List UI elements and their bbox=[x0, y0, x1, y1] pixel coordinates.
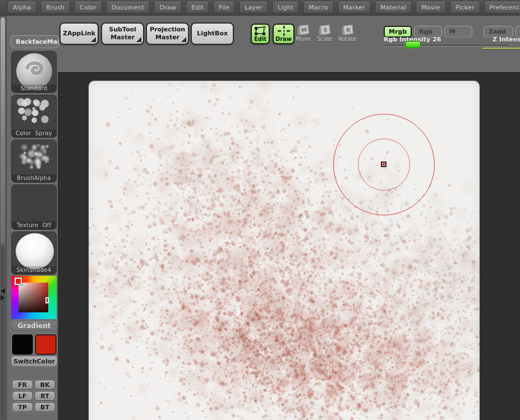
paint-mode-label: Rgb bbox=[419, 28, 432, 35]
view-bt-button[interactable]: BT bbox=[34, 402, 56, 412]
fold-corner-icon bbox=[181, 37, 186, 42]
subtool-master-button[interactable]: SubTool Master bbox=[101, 22, 144, 45]
menu-tab-edit[interactable]: Edit bbox=[186, 2, 209, 13]
brush-selector[interactable]: Standard bbox=[11, 51, 57, 93]
material-selector[interactable]: SkinShade4 bbox=[11, 232, 57, 275]
tray-expand-arrow-icon[interactable] bbox=[1, 295, 5, 301]
view-button-label: BT bbox=[40, 404, 49, 411]
zapplink-button[interactable]: ZAppLink bbox=[59, 22, 99, 45]
texture-selector-label: Texture Off bbox=[12, 221, 56, 229]
fold-corner-icon bbox=[91, 37, 96, 42]
menu-tab-document[interactable]: Document bbox=[106, 2, 150, 13]
transform-button-label: Rotate bbox=[338, 36, 357, 42]
view-button-label: RT bbox=[40, 393, 49, 400]
alpha-selector[interactable]: BrushAlpha bbox=[11, 140, 57, 183]
view-button-label: FR bbox=[18, 381, 27, 389]
saturation-value-box[interactable] bbox=[19, 283, 48, 312]
menu-tab-material[interactable]: Material bbox=[375, 2, 412, 13]
paint-mode-m-button[interactable]: M bbox=[444, 26, 472, 38]
view-button-label: BK bbox=[40, 381, 50, 389]
view-button-label: TP bbox=[18, 404, 27, 411]
current-color-marker bbox=[15, 278, 22, 285]
z-intensity-label: Z Intens bbox=[493, 36, 520, 43]
lightbox-button[interactable]: LightBox bbox=[191, 22, 234, 45]
texture-selector[interactable]: Texture Off bbox=[11, 184, 57, 230]
tray-scrollbar-thumb[interactable] bbox=[1, 17, 5, 244]
viewport[interactable] bbox=[58, 71, 520, 420]
material-selector-label: SkinShade4 bbox=[12, 266, 56, 274]
plugin-button-label: LightBox bbox=[197, 30, 228, 38]
menu-tab-brush[interactable]: Brush bbox=[40, 2, 70, 13]
view-lf-button[interactable]: LF bbox=[12, 391, 33, 401]
menu-tab-marker[interactable]: Marker bbox=[338, 2, 371, 13]
view-tp-button[interactable]: TP bbox=[12, 402, 33, 412]
stroke-selector[interactable]: Color Spray bbox=[11, 95, 57, 138]
menu-tab-layer[interactable]: Layer bbox=[239, 2, 268, 13]
tray-divider-strip[interactable] bbox=[0, 16, 7, 420]
view-bk-button[interactable]: BK bbox=[34, 380, 56, 390]
plugin-button-label: SubTool Master bbox=[105, 26, 140, 41]
scale-button[interactable]: SScale bbox=[317, 25, 332, 42]
rotate-icon: R bbox=[342, 25, 353, 35]
tray-collapse-arrow-icon[interactable] bbox=[1, 288, 5, 294]
scale-icon: S bbox=[319, 25, 330, 35]
menu-tab-alpha[interactable]: Alpha bbox=[7, 2, 36, 13]
view-button-label: LF bbox=[19, 393, 27, 400]
edit-gizmo-icon bbox=[254, 26, 266, 36]
gradient-button[interactable]: Gradient bbox=[11, 320, 58, 331]
document-canvas[interactable] bbox=[89, 81, 480, 420]
backface-mask-button[interactable]: BackfaceMas bbox=[11, 35, 59, 48]
paint-mode-label: M bbox=[449, 28, 455, 35]
plugin-button-label: ZAppLink bbox=[63, 30, 95, 38]
paint-mode-label: Mrgb bbox=[389, 28, 407, 35]
gradient-button-label: Gradient bbox=[18, 322, 51, 330]
rgb-intensity-slider-thumb[interactable] bbox=[405, 41, 421, 48]
z-intensity-slider[interactable] bbox=[482, 48, 520, 49]
color-picker[interactable] bbox=[11, 276, 57, 319]
menu-tab-picker[interactable]: Picker bbox=[450, 2, 480, 13]
move-icon: M bbox=[297, 25, 309, 35]
brush-cursor-center bbox=[381, 161, 386, 167]
view-rt-button[interactable]: RT bbox=[34, 391, 56, 401]
fold-corner-icon bbox=[136, 37, 141, 42]
menu-tab-file[interactable]: File bbox=[213, 2, 235, 13]
brush-selector-label: Standard bbox=[12, 85, 56, 93]
draw-button[interactable]: Draw bbox=[273, 24, 294, 44]
menu-tab-macro[interactable]: Macro bbox=[303, 2, 333, 13]
menu-bar: AlphaBrushColorDocumentDrawEditFileLayer… bbox=[0, 0, 520, 16]
edit-button[interactable]: Edit bbox=[251, 24, 270, 44]
switch-color-button[interactable]: SwitchColor bbox=[11, 356, 58, 367]
draw-crosshair-icon bbox=[278, 26, 290, 36]
transform-button-label: Scale bbox=[317, 36, 332, 42]
front-color-swatch[interactable] bbox=[12, 334, 33, 355]
draw-button-label: Draw bbox=[275, 36, 292, 42]
view-fr-button[interactable]: FR bbox=[12, 380, 33, 390]
sv-cursor-marker[interactable] bbox=[45, 297, 49, 303]
plugin-button-label: Projection Master bbox=[150, 26, 185, 41]
menu-tab-movie[interactable]: Movie bbox=[416, 2, 446, 13]
menu-tab-color[interactable]: Color bbox=[74, 2, 102, 13]
switch-color-label: SwitchColor bbox=[13, 358, 55, 365]
rotate-button[interactable]: RRotate bbox=[338, 25, 357, 42]
transform-button-label: Move bbox=[296, 36, 311, 42]
edit-button-label: Edit bbox=[254, 36, 266, 42]
menu-tab-light[interactable]: Light bbox=[272, 2, 299, 13]
rgb-intensity-slider[interactable] bbox=[384, 45, 508, 46]
projection-master-button[interactable]: Projection Master bbox=[146, 22, 189, 45]
menu-tab-preferences[interactable]: Preferences bbox=[484, 2, 520, 13]
stroke-selector-label: Color Spray bbox=[12, 130, 56, 137]
tray-divider-texture bbox=[1, 247, 4, 420]
move-button[interactable]: MMove bbox=[296, 25, 311, 42]
alpha-selector-label: BrushAlpha bbox=[12, 174, 56, 182]
depth-mode-label: Zadd bbox=[489, 28, 506, 35]
back-color-swatch[interactable] bbox=[35, 334, 57, 355]
menu-tab-draw[interactable]: Draw bbox=[154, 2, 182, 13]
